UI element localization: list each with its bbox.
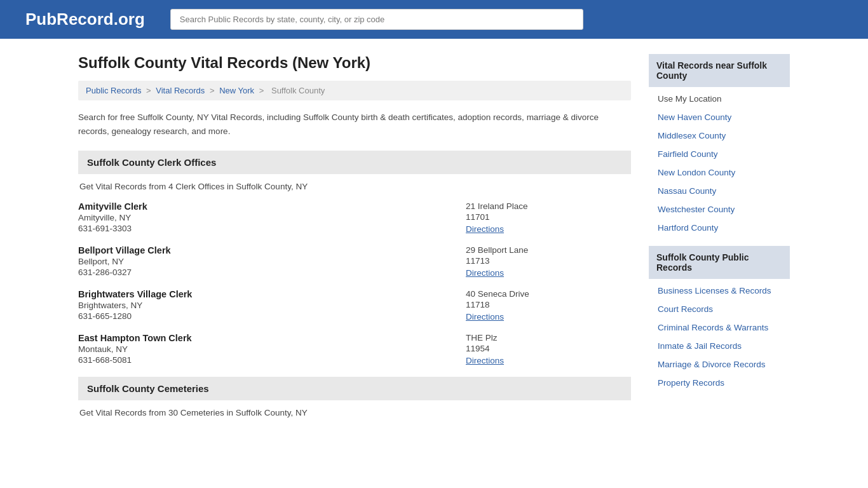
clerk-street: 40 Seneca Drive: [466, 289, 631, 299]
sidebar-vital-item-0[interactable]: Use My Location: [649, 90, 790, 108]
sidebar-public-item-2[interactable]: Criminal Records & Warrants: [649, 318, 790, 337]
search-container: [170, 9, 583, 30]
clerk-zip: 11954: [466, 344, 631, 353]
site-logo[interactable]: PubRecord.org: [25, 10, 145, 29]
search-input[interactable]: [170, 9, 583, 30]
clerk-zip: 11718: [466, 300, 631, 309]
sidebar-public-item-4[interactable]: Marriage & Divorce Records: [649, 355, 790, 374]
clerk-street: THE Plz: [466, 333, 631, 342]
clerk-info-2: Brightwaters Village Clerk Brightwaters,…: [78, 289, 466, 322]
clerk-zip: 11701: [466, 212, 631, 222]
sidebar-vital-item-6[interactable]: Westchester County: [649, 200, 790, 219]
clerk-entry: Bellport Village Clerk Bellport, NY 631-…: [78, 245, 631, 278]
clerk-city: Bellport, NY: [78, 257, 466, 266]
sidebar-vital-item-1[interactable]: New Haven County: [649, 108, 790, 126]
breadcrumb: Public Records > Vital Records > New Yor…: [78, 81, 631, 100]
clerk-phone: 631-286-0327: [78, 268, 466, 277]
clerk-name: Amityville Clerk: [78, 201, 466, 212]
main-container: Suffolk County Vital Records (New York) …: [59, 39, 809, 443]
clerk-phone: 631-668-5081: [78, 355, 466, 365]
sidebar-public-items: Business Licenses & RecordsCourt Records…: [649, 281, 790, 392]
sidebar-public-records-header: Suffolk County Public Records: [649, 246, 790, 279]
sidebar-vital-item-7[interactable]: Hartford County: [649, 219, 790, 237]
page-title: Suffolk County Vital Records (New York): [78, 54, 631, 72]
page-description: Search for free Suffolk County, NY Vital…: [78, 111, 631, 138]
sidebar-vital-records-header: Vital Records near Suffolk County: [649, 54, 790, 87]
directions-link[interactable]: Directions: [466, 268, 504, 278]
clerk-city: Amityville, NY: [78, 213, 466, 222]
sidebar-vital-item-5[interactable]: Nassau County: [649, 182, 790, 200]
clerk-address-1: 29 Bellport Lane 11713 Directions: [466, 245, 631, 278]
sidebar-vital-items: Use My LocationNew Haven CountyMiddlesex…: [649, 90, 790, 237]
clerk-phone: 631-665-1280: [78, 311, 466, 321]
clerk-street: 21 Ireland Place: [466, 201, 631, 211]
cemeteries-section-subtext: Get Vital Records from 30 Cemeteries in …: [78, 408, 631, 417]
clerk-zip: 11713: [466, 256, 631, 266]
clerk-address-3: THE Plz 11954 Directions: [466, 333, 631, 365]
breadcrumb-vital-records[interactable]: Vital Records: [156, 86, 205, 95]
clerk-section-subtext: Get Vital Records from 4 Clerk Offices i…: [78, 182, 631, 191]
sidebar-vital-item-4[interactable]: New London County: [649, 163, 790, 182]
cemeteries-section-header: Suffolk County Cemeteries: [78, 377, 631, 400]
clerk-phone: 631-691-3303: [78, 224, 466, 233]
clerk-address-2: 40 Seneca Drive 11718 Directions: [466, 289, 631, 322]
sidebar: Vital Records near Suffolk County Use My…: [649, 54, 790, 428]
sidebar-public-item-0[interactable]: Business Licenses & Records: [649, 281, 790, 300]
clerk-entry: Amityville Clerk Amityville, NY 631-691-…: [78, 201, 631, 234]
sidebar-public-item-1[interactable]: Court Records: [649, 300, 790, 318]
clerk-entry: Brightwaters Village Clerk Brightwaters,…: [78, 289, 631, 322]
sidebar-spacer: [649, 237, 790, 246]
clerk-city: Montauk, NY: [78, 344, 466, 354]
header: PubRecord.org: [0, 0, 868, 39]
clerk-info-0: Amityville Clerk Amityville, NY 631-691-…: [78, 201, 466, 234]
content-area: Suffolk County Vital Records (New York) …: [78, 54, 631, 428]
sidebar-vital-item-2[interactable]: Middlesex County: [649, 126, 790, 145]
sidebar-vital-item-3[interactable]: Fairfield County: [649, 145, 790, 163]
directions-link[interactable]: Directions: [466, 356, 504, 365]
clerk-section-header: Suffolk County Clerk Offices: [78, 151, 631, 174]
clerk-info-1: Bellport Village Clerk Bellport, NY 631-…: [78, 245, 466, 278]
clerk-name: Brightwaters Village Clerk: [78, 289, 466, 299]
clerk-street: 29 Bellport Lane: [466, 245, 631, 255]
clerk-city: Brightwaters, NY: [78, 301, 466, 310]
directions-link[interactable]: Directions: [466, 312, 504, 322]
breadcrumb-suffolk-county: Suffolk County: [271, 86, 325, 95]
clerk-entry: East Hampton Town Clerk Montauk, NY 631-…: [78, 333, 631, 365]
clerk-address-0: 21 Ireland Place 11701 Directions: [466, 201, 631, 234]
clerk-entries-container: Amityville Clerk Amityville, NY 631-691-…: [78, 201, 631, 365]
clerk-name: East Hampton Town Clerk: [78, 333, 466, 343]
sidebar-public-item-5[interactable]: Property Records: [649, 374, 790, 392]
breadcrumb-public-records[interactable]: Public Records: [86, 86, 141, 95]
breadcrumb-new-york[interactable]: New York: [219, 86, 254, 95]
directions-link[interactable]: Directions: [466, 224, 504, 234]
clerk-name: Bellport Village Clerk: [78, 245, 466, 255]
clerk-info-3: East Hampton Town Clerk Montauk, NY 631-…: [78, 333, 466, 365]
sidebar-public-item-3[interactable]: Inmate & Jail Records: [649, 337, 790, 355]
